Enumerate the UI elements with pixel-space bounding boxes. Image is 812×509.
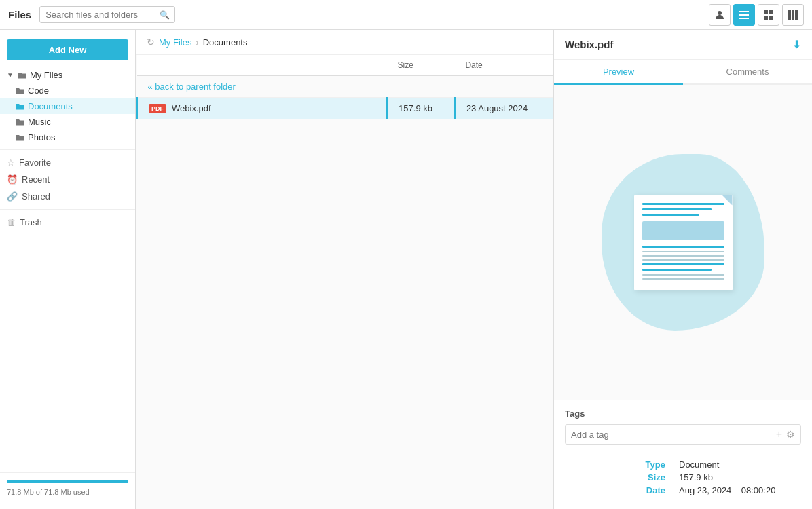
clock-icon: ⏰ [7,174,18,185]
sidebar-item-code-label: Code [28,86,49,96]
file-name-wrapper: PDF Webix.pdf [149,103,375,113]
search-icon: 🔍 [160,10,170,20]
file-size: 157.9 kb [387,98,455,119]
col-date: Date [454,55,553,76]
doc-line [642,246,724,248]
sidebar-item-photos-label: Photos [28,132,55,143]
info-row-date: Date Aug 23, 2024 08:00:20 [565,485,801,495]
table-header-row: Size Date [137,55,554,76]
pdf-icon: PDF [149,104,166,113]
sidebar-item-shared-label: Shared [22,191,50,202]
breadcrumb-root[interactable]: My Files [159,37,191,48]
svg-rect-7 [769,16,773,20]
sidebar-item-trash-label: Trash [20,217,42,227]
storage-bar-background [7,480,128,483]
sidebar-item-myfiles-label: My Files [30,70,62,80]
refresh-icon[interactable]: ↻ [147,37,155,48]
back-to-parent-row[interactable]: « back to parent folder [137,76,554,98]
svg-rect-3 [739,18,749,19]
sidebar-item-recent-label: Recent [22,174,50,185]
sidebar-item-code[interactable]: Code [0,83,135,98]
doc-line [642,263,724,265]
col-name [137,55,387,76]
sidebar-item-music[interactable]: Music [0,114,135,130]
svg-rect-1 [739,11,749,12]
tab-preview[interactable]: Preview [554,60,683,85]
tab-preview-label: Preview [603,67,634,77]
file-list-scroll[interactable]: Size Date « back to parent folder [136,55,553,509]
folder-icon [17,71,26,80]
grid-view-btn[interactable] [758,4,779,26]
svg-rect-5 [769,10,773,14]
right-tabs: Preview Comments [554,60,812,85]
sidebar-storage: 71.8 Mb of 71.8 Mb used [0,472,135,504]
sidebar-item-photos[interactable]: Photos [0,130,135,145]
sidebar-divider2 [0,209,135,210]
folder-icon [15,102,24,111]
add-tag-button[interactable]: + [776,428,782,440]
main-layout: Add New ▼ My Files Code [0,30,812,509]
storage-text: 71.8 Mb of 71.8 Mb used [7,488,90,496]
tags-section: Tags + ⚙ [554,400,812,453]
info-val-date: Aug 23, 2024 08:00:20 [679,485,801,495]
doc-line [642,214,700,216]
file-info-section: Type Document Size 157.9 kb Date Aug 23,… [554,453,812,509]
sidebar-item-trash[interactable]: 🗑 Trash [0,214,135,231]
sidebar-item-myfiles[interactable]: ▼ My Files [0,67,135,83]
table-row[interactable]: PDF Webix.pdf 157.9 kb 23 August 2024 [137,98,554,119]
breadcrumb-current: Documents [203,37,248,48]
folder-icon [15,86,24,96]
breadcrumb: ↻ My Files › Documents [136,30,553,55]
sidebar-item-favorite[interactable]: ☆ Favorite [0,154,135,171]
info-row-size: Size 157.9 kb [565,472,801,483]
back-to-parent-label: back to parent folder [155,81,236,92]
sidebar-item-music-label: Music [28,117,51,127]
add-new-button[interactable]: Add New [7,39,128,60]
folder-icon [15,117,24,127]
preview-area [554,85,812,400]
doc-block [642,221,724,240]
search-input[interactable] [45,10,160,20]
list-view-icon [739,10,749,20]
info-row-type: Type Document [565,459,801,470]
info-val-type: Document [679,459,801,470]
info-key-type: Type [631,459,665,470]
doc-line-gray [642,274,724,276]
file-name-cell[interactable]: PDF Webix.pdf [137,98,387,119]
columns-view-btn[interactable] [782,4,804,26]
list-view-btn[interactable] [733,4,755,26]
grid-view-icon [764,10,773,20]
svg-point-0 [718,11,722,15]
file-date: 23 August 2024 [454,98,553,119]
tags-input[interactable] [571,430,772,440]
file-table: Size Date « back to parent folder [136,55,553,119]
right-panel: Webix.pdf ⬇ Preview Comments [554,30,812,509]
svg-rect-2 [739,14,749,16]
tab-comments[interactable]: Comments [683,60,812,85]
user-icon-btn[interactable] [709,4,731,26]
download-icon[interactable]: ⬇ [792,38,801,51]
search-box[interactable]: 🔍 [39,6,175,23]
storage-bar-fill [7,480,128,483]
tab-comments-label: Comments [726,67,769,77]
right-panel-header: Webix.pdf ⬇ [554,30,812,60]
back-to-parent-cell[interactable]: « back to parent folder [137,76,554,98]
doc-line-gray [642,278,724,280]
info-val-size: 157.9 kb [679,472,801,483]
doc-line [642,208,712,210]
back-chevron-icon: « [148,81,153,92]
sidebar-item-recent[interactable]: ⏰ Recent [0,171,135,188]
app-title: Files [8,9,31,20]
info-key-size: Size [631,472,665,483]
svg-rect-10 [795,10,798,20]
col-size: Size [387,55,455,76]
tags-input-row: + ⚙ [565,424,801,445]
columns-view-icon [788,10,798,20]
sidebar-item-documents[interactable]: Documents [0,98,135,114]
sidebar-item-shared[interactable]: 🔗 Shared [0,188,135,205]
gear-icon[interactable]: ⚙ [786,429,795,440]
file-area: ↻ My Files › Documents Size Date [136,30,554,509]
breadcrumb-separator: › [196,37,198,48]
star-icon: ☆ [7,157,15,168]
svg-rect-9 [792,10,794,20]
